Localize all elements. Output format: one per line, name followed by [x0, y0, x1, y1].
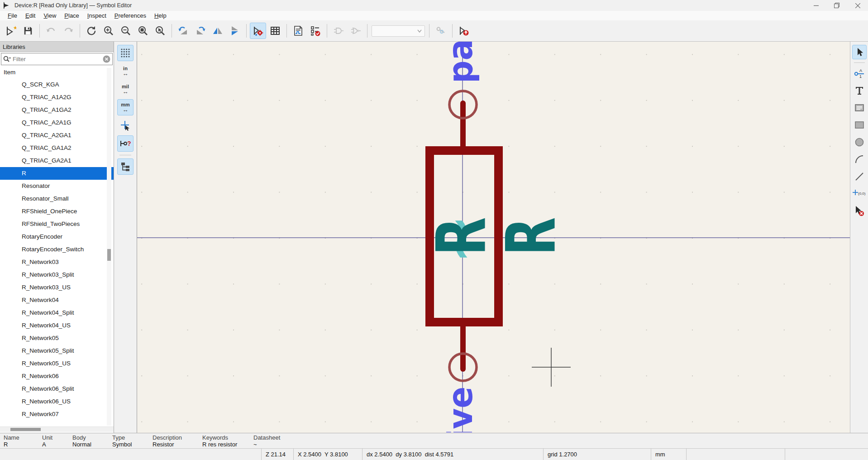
- list-item[interactable]: R_Network07: [0, 408, 114, 421]
- list-item[interactable]: RotaryEncoder: [0, 230, 114, 243]
- grid-toggle-button[interactable]: [117, 45, 134, 61]
- select-tool-button[interactable]: [852, 45, 867, 59]
- vertical-scrollbar-thumb[interactable]: [107, 249, 111, 261]
- reference-field-text[interactable]: R: [491, 217, 570, 256]
- add-arc-tool-button[interactable]: [852, 152, 867, 167]
- snap-cursor-button[interactable]: [117, 117, 134, 134]
- list-item[interactable]: Q_TRIAC_GA1A2: [0, 142, 114, 154]
- new-symbol-button[interactable]: ★: [3, 23, 19, 39]
- list-item[interactable]: Q_TRIAC_A2GA1: [0, 129, 114, 142]
- show-datasheet-button[interactable]: [290, 23, 306, 39]
- zoom-fit-button[interactable]: [135, 23, 151, 39]
- list-item[interactable]: Q_TRIAC_A1A2G: [0, 91, 114, 104]
- status-grid: grid 1.2700: [543, 449, 651, 460]
- delete-tool-icon: [854, 206, 865, 216]
- menu-help[interactable]: Help: [150, 12, 171, 19]
- add-rectangle-tool-button[interactable]: [852, 118, 867, 132]
- pin-table-icon: [270, 25, 281, 36]
- list-item[interactable]: R_Network06: [0, 370, 114, 383]
- menu-edit[interactable]: Edit: [21, 12, 39, 19]
- prop-type: TypeSymbol: [112, 434, 132, 448]
- list-item[interactable]: RotaryEncoder_Switch: [0, 243, 114, 256]
- horizontal-scrollbar-thumb[interactable]: [10, 428, 41, 431]
- list-item[interactable]: Resonator_Small: [0, 192, 114, 205]
- cursor-arrow-icon: [855, 48, 864, 57]
- menu-inspect[interactable]: Inspect: [83, 12, 110, 19]
- list-item[interactable]: Q_TRIAC_GA2A1: [0, 154, 114, 167]
- zoom-selection-button[interactable]: [152, 23, 168, 39]
- refresh-view-button[interactable]: [83, 23, 100, 39]
- list-item[interactable]: R_Network04_US: [0, 319, 114, 332]
- list-item-selected[interactable]: R: [0, 167, 114, 180]
- editor-canvas[interactable]: passive passive ~ R R: [137, 42, 850, 433]
- list-item[interactable]: R_Network03: [0, 256, 114, 268]
- svg-text:(0,0): (0,0): [858, 192, 866, 196]
- mirror-vertical-button[interactable]: [227, 23, 243, 39]
- library-filter-input[interactable]: [13, 56, 103, 62]
- add-text-tool-button[interactable]: [852, 83, 867, 98]
- export-symbol-button[interactable]: [456, 23, 472, 39]
- list-item[interactable]: R_Network03_US: [0, 281, 114, 294]
- add-circle-tool-button[interactable]: [852, 135, 867, 149]
- zoom-in-button[interactable]: [100, 23, 117, 39]
- clear-filter-icon[interactable]: [103, 55, 110, 63]
- search-icon[interactable]: [3, 56, 11, 62]
- list-item[interactable]: R_Network05_Split: [0, 345, 114, 357]
- library-tree-toggle-button[interactable]: [117, 158, 134, 175]
- list-item[interactable]: Q_SCR_KGA: [0, 78, 114, 91]
- add-pin-tool-button[interactable]: A 1: [852, 66, 867, 81]
- list-item[interactable]: R_Network05_US: [0, 357, 114, 370]
- move-anchor-tool-button[interactable]: (0,0): [852, 187, 867, 201]
- prop-body: BodyNormal: [72, 434, 91, 448]
- list-item[interactable]: R_Network04_Split: [0, 307, 114, 319]
- restore-button[interactable]: [826, 0, 847, 11]
- list-item[interactable]: R_Network03_Split: [0, 268, 114, 281]
- list-item[interactable]: Q_TRIAC_A2A1G: [0, 116, 114, 129]
- units-inches-button[interactable]: in ↔: [117, 63, 134, 79]
- restore-icon: [834, 3, 839, 8]
- list-item[interactable]: R_Network05: [0, 332, 114, 345]
- menu-preferences[interactable]: Preferences: [110, 12, 150, 19]
- list-item[interactable]: R_Network06_US: [0, 395, 114, 408]
- pin-table-button[interactable]: [267, 23, 283, 39]
- list-item[interactable]: RFShield_TwoPieces: [0, 218, 114, 230]
- delete-tool-button[interactable]: [852, 204, 867, 218]
- sync-pins-icon: [435, 25, 446, 36]
- add-textbox-tool-button[interactable]: [852, 101, 867, 115]
- undo-icon: [46, 25, 57, 36]
- rotate-ccw-button[interactable]: [175, 23, 191, 39]
- save-icon: [23, 26, 33, 36]
- symbol-properties-button[interactable]: [250, 23, 266, 39]
- list-item[interactable]: R_Network06_Split: [0, 383, 114, 395]
- menu-view[interactable]: View: [39, 12, 60, 19]
- vertical-scrollbar-track[interactable]: [107, 68, 111, 426]
- list-item[interactable]: RFShield_OnePiece: [0, 205, 114, 218]
- symbol-checker-button[interactable]: [307, 23, 324, 39]
- status-spacer: [785, 449, 868, 460]
- list-item[interactable]: Resonator: [0, 180, 114, 192]
- rotate-cw-button[interactable]: [192, 23, 209, 39]
- redo-button[interactable]: [60, 23, 76, 39]
- export-symbol-icon: [458, 25, 469, 36]
- list-item[interactable]: R_Network04: [0, 294, 114, 307]
- value-field-text[interactable]: R: [422, 217, 501, 256]
- demorgan-standard-button[interactable]: [330, 23, 347, 39]
- menu-place[interactable]: Place: [60, 12, 83, 19]
- undo-button[interactable]: [43, 23, 59, 39]
- menu-file[interactable]: File: [4, 12, 21, 19]
- minimize-button[interactable]: [806, 0, 826, 11]
- save-button[interactable]: [20, 23, 36, 39]
- unit-select-dropdown[interactable]: [372, 25, 425, 37]
- units-mils-button[interactable]: mil ↔: [117, 81, 134, 97]
- sync-pins-button[interactable]: [433, 23, 449, 39]
- add-line-tool-button[interactable]: [852, 169, 867, 184]
- svg-text:1: 1: [859, 74, 862, 79]
- zoom-out-button[interactable]: [118, 23, 134, 39]
- pin-electrical-type-button[interactable]: ?: [117, 135, 134, 152]
- close-button[interactable]: [847, 0, 868, 11]
- demorgan-alternate-button[interactable]: [348, 23, 364, 39]
- prop-name: NameR: [4, 434, 19, 448]
- units-mm-button[interactable]: mm ↔: [117, 99, 134, 115]
- list-item[interactable]: Q_TRIAC_A1GA2: [0, 104, 114, 116]
- mirror-horizontal-button[interactable]: [210, 23, 226, 39]
